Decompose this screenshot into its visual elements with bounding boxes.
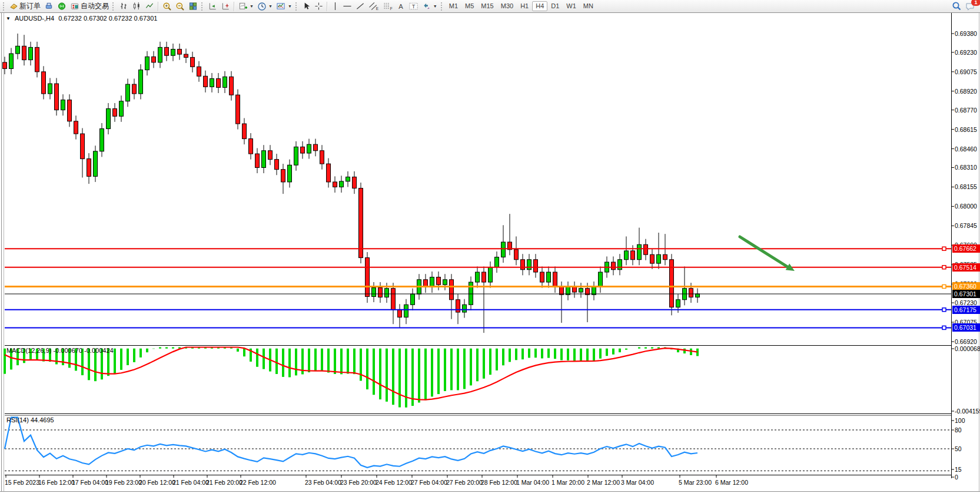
fibonacci-tool-button[interactable]: F <box>381 1 395 12</box>
rsi-axis-label: 0 <box>955 474 958 481</box>
crosshair-tool-button[interactable] <box>313 1 325 12</box>
toolbar-separator <box>158 2 159 11</box>
new-chart-button[interactable]: ▼ <box>237 1 255 12</box>
templates-button[interactable]: ▼ <box>274 1 294 12</box>
price-axis-label: 0.68615 <box>955 126 977 133</box>
trendline-icon <box>356 2 365 11</box>
hline-0.67175[interactable] <box>5 308 951 312</box>
toolbar-grip[interactable] <box>3 2 5 11</box>
timeframe-button-m1[interactable]: M1 <box>446 1 461 11</box>
tile-windows-icon <box>188 2 198 11</box>
time-axis-label: 21 Feb 20:00 <box>206 479 242 486</box>
timeframe-button-m5[interactable]: M5 <box>461 1 477 11</box>
tile-windows-button[interactable] <box>187 1 200 12</box>
autotrading-button[interactable]: 自动交易 <box>68 1 111 12</box>
hline-0.67031[interactable] <box>5 326 951 329</box>
svg-text:T: T <box>412 4 416 9</box>
price-axis-label: 0.68310 <box>955 164 977 171</box>
timeframe-button-h4[interactable]: H4 <box>532 1 547 11</box>
time-axis-label: 27 Feb 20:00 <box>446 479 483 486</box>
hline-0.67662[interactable] <box>5 247 951 250</box>
bar-chart-icon <box>119 2 128 11</box>
search-button[interactable] <box>950 1 964 12</box>
time-axis-label: 3 Mar 04:00 <box>621 479 654 486</box>
time-axis-label: 2 Mar 12:00 <box>587 479 620 486</box>
price-tag-0.67175: 0.67175 <box>952 306 980 314</box>
price-tag-0.67662: 0.67662 <box>952 244 980 253</box>
timeframe-button-m15[interactable]: M15 <box>477 1 497 11</box>
chart-shift-button[interactable] <box>219 1 232 12</box>
time-axis-label: 6 Mar 12:00 <box>715 479 748 486</box>
dropdown-caret: ▼ <box>250 4 254 8</box>
time-axis-label: 27 Feb 04:00 <box>411 479 447 486</box>
symbol-dropdown-icon[interactable]: ▼ <box>6 16 11 21</box>
timeframe-button-mn[interactable]: MN <box>580 1 597 11</box>
profiles-button[interactable]: ▼ <box>255 1 274 12</box>
zoom-in-icon <box>162 2 172 11</box>
trend-arrow-annotation[interactable] <box>740 237 795 271</box>
time-axis-label: 17 Feb 04:00 <box>72 479 108 486</box>
time-axis-label: 1 Mar 20:00 <box>552 479 584 486</box>
rsi-axis-label: 80 <box>955 426 962 434</box>
time-axis-label: 1 Mar 04:00 <box>516 479 549 486</box>
vertical-line-tool-button[interactable] <box>330 1 341 12</box>
rsi-line <box>5 418 697 468</box>
text-tool-button[interactable]: A <box>395 1 407 12</box>
time-axis-label: 19 Feb 23:00 <box>105 479 142 486</box>
price-axis-label: 0.69380 <box>955 30 977 37</box>
time-axis-label: 16 Feb 12:00 <box>38 479 75 486</box>
notification-badge: 1 <box>971 0 980 6</box>
toolbar-separator <box>234 2 235 11</box>
new-order-button[interactable]: 新订单 <box>8 1 42 12</box>
price-tag-0.67514: 0.67514 <box>952 263 980 272</box>
toolbar-grip[interactable] <box>112 2 115 11</box>
bar-chart-button[interactable] <box>117 1 130 12</box>
toolbar-right: 1 <box>950 1 978 12</box>
fibonacci-icon: F <box>383 2 393 11</box>
timeframe-button-d1[interactable]: D1 <box>547 1 563 11</box>
text-label-tool-button[interactable]: T <box>407 1 420 12</box>
signals-button[interactable] <box>55 1 68 12</box>
vertical-line-icon <box>331 2 339 11</box>
timeframe-button-h1[interactable]: H1 <box>517 1 532 11</box>
chart-canvas[interactable] <box>0 0 980 493</box>
dropdown-caret: ▼ <box>433 4 437 8</box>
cursor-tool-button[interactable] <box>300 1 313 12</box>
text-label-icon: T <box>408 2 418 11</box>
arrows-tool-button[interactable]: ▼ <box>420 1 439 12</box>
toolbar-grip[interactable] <box>295 2 298 11</box>
zoom-in-button[interactable] <box>161 1 174 12</box>
hline-0.67360[interactable] <box>5 284 951 288</box>
channel-tool-button[interactable]: E <box>367 1 381 12</box>
candlestick-layer <box>3 34 700 333</box>
horizontal-line-tool-button[interactable] <box>341 1 354 12</box>
timeframe-button-m30[interactable]: M30 <box>497 1 517 11</box>
price-axis-label: 0.68920 <box>955 88 977 95</box>
price-axis-label: 0.68460 <box>955 145 977 153</box>
time-axis-label: 22 Feb 12:00 <box>240 479 276 486</box>
market-watch-button[interactable] <box>42 1 55 12</box>
zoom-out-button[interactable] <box>174 1 187 12</box>
notifications-button[interactable]: 1 <box>964 1 978 12</box>
dropdown-caret: ▼ <box>288 4 292 8</box>
auto-scroll-button[interactable] <box>206 1 219 12</box>
trendline-tool-button[interactable] <box>354 1 367 12</box>
cursor-icon <box>302 2 311 11</box>
autotrading-icon <box>70 2 79 11</box>
timeframe-toolbar: M1M5M15M30H1H4D1W1MN <box>446 1 597 11</box>
chart-shift-icon <box>221 2 230 11</box>
hline-0.67514[interactable] <box>5 266 951 269</box>
macd-axis-label: -0.004159 <box>955 408 980 415</box>
zoom-out-icon <box>175 2 185 11</box>
candlestick-chart-button[interactable] <box>130 1 143 12</box>
timeframe-button-w1[interactable]: W1 <box>563 1 580 11</box>
toolbar-grip[interactable] <box>201 2 204 11</box>
text-icon: A <box>397 2 405 11</box>
toolbar-separator <box>327 2 328 11</box>
svg-text:E: E <box>376 6 379 11</box>
line-chart-button[interactable] <box>143 1 156 12</box>
rsi-axis-label: 50 <box>955 445 962 452</box>
toolbar-grip[interactable] <box>441 2 443 11</box>
terminal-icon <box>44 2 54 11</box>
price-axis-label: 0.68000 <box>955 203 977 210</box>
